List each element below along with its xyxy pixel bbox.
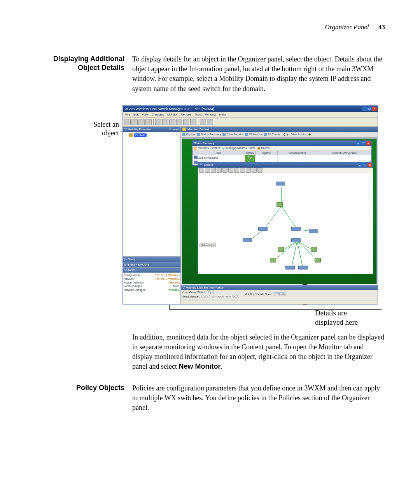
topology-node-switch[interactable]: [309, 229, 318, 234]
menu-changes[interactable]: Changes: [152, 113, 164, 116]
menu-tools[interactable]: Tools: [195, 113, 202, 116]
third-party-pane[interactable]: ▷ Third Party APs: [123, 262, 180, 267]
menubar[interactable]: File Edit View Changes Monitor Reports T…: [123, 112, 378, 118]
toolbar-icon[interactable]: [131, 119, 138, 125]
panel-min-icon[interactable]: –: [356, 141, 360, 145]
monitor-tabbar[interactable]: Explore Status Summary Client Monitor RF…: [181, 132, 378, 138]
topology-node-ap[interactable]: [276, 202, 283, 207]
sites-pane[interactable]: ▷ Sites: [123, 256, 180, 262]
zoom-reset-icon[interactable]: [211, 168, 216, 173]
topology-node-switch[interactable]: [298, 266, 308, 270]
col-serial[interactable]: Serial Number: [278, 151, 317, 155]
alert-row[interactable]: Local Changes: [124, 284, 142, 288]
explore-panel[interactable]: 🔍 Explore – □ ×: [198, 162, 373, 274]
tab-status[interactable]: Status Summary: [197, 133, 221, 136]
toolbar-icon[interactable]: [124, 119, 131, 125]
refresh-icon[interactable]: [217, 168, 222, 173]
para-text-a: In addition, monitored data for the obje…: [132, 333, 384, 371]
menu-help[interactable]: Help: [219, 113, 226, 116]
organizer-tree[interactable]: ＋ Default: [123, 132, 180, 256]
topology-node-switch[interactable]: [291, 238, 301, 243]
topology-node-switch[interactable]: [285, 266, 295, 270]
tool-icon[interactable]: [257, 168, 262, 173]
toolbar-icon[interactable]: [200, 119, 206, 125]
col-status[interactable]: Status: [245, 151, 255, 155]
figure-callout-details: Details are displayed here: [315, 308, 377, 327]
col-sw[interactable]: Current S/W Version: [317, 151, 371, 155]
topology-node-ap[interactable]: [278, 247, 284, 252]
explore-icon: [182, 133, 186, 136]
topology-node-switch[interactable]: [258, 227, 268, 231]
toolbar-icon[interactable]: [138, 119, 145, 125]
menu-reports[interactable]: Reports: [181, 113, 192, 116]
topology-node-ap[interactable]: [315, 258, 321, 263]
panel-max-icon[interactable]: □: [362, 163, 367, 167]
tab-client[interactable]: Client Monitor: [222, 133, 243, 136]
window-titlebar[interactable]: 3Com Wireless LAN Switch Manager 3.0.0: …: [123, 106, 378, 112]
panel-close-icon[interactable]: ×: [366, 141, 371, 145]
alert-row[interactable]: Network Changes: [124, 288, 145, 292]
explore-toolbar[interactable]: [198, 168, 373, 173]
tab-map[interactable]: 📡 Managed Access Points: [222, 147, 256, 150]
panel-max-icon[interactable]: □: [361, 141, 366, 145]
table-row[interactable]: rack34-WX4400 Up: [193, 155, 371, 160]
topology-node-switch[interactable]: [291, 227, 301, 231]
toolbar-icon[interactable]: [145, 119, 152, 125]
close-icon[interactable]: ×: [372, 107, 377, 111]
tab-rftrends[interactable]: RF Trends: [264, 133, 280, 136]
menu-window[interactable]: Window: [205, 113, 216, 116]
toolbar-icon[interactable]: [183, 119, 189, 125]
alert-value: 0 Rogues: [168, 281, 180, 284]
menu-view[interactable]: View: [142, 113, 149, 116]
status-summary-titlebar[interactable]: Status Summary – □ ×: [192, 141, 371, 146]
maximize-icon[interactable]: □: [367, 107, 372, 111]
menu-monitor[interactable]: Monitor: [167, 113, 178, 116]
alert-row[interactable]: Rogue Detection: [124, 281, 144, 284]
toolbar-icon[interactable]: [169, 119, 175, 125]
alerts-pane[interactable]: ▽ Alerts Configuration0 Errors, 2 Warnin…: [123, 267, 180, 292]
toolbar-icon[interactable]: [155, 119, 161, 125]
col-uptime[interactable]: Uptime: [255, 151, 277, 155]
tool-icon[interactable]: [246, 168, 251, 173]
topology-node-switch[interactable]: [276, 182, 285, 186]
toolbar[interactable]: [123, 118, 378, 127]
details-tab[interactable]: Details: [172, 128, 179, 131]
tree-item-selected[interactable]: Default: [134, 133, 147, 137]
tree-item[interactable]: ＋ Default: [124, 133, 180, 138]
organizer-panel: ▽ Mobility Domains ☑ Details ＋ Default ▷…: [123, 127, 181, 304]
toolbar-icon[interactable]: [176, 119, 182, 125]
monitor-header[interactable]: Monitor: Default: [181, 127, 378, 132]
tool-icon[interactable]: [252, 168, 257, 173]
topology-canvas[interactable]: Refreshed at: [198, 173, 373, 274]
topology-node-switch[interactable]: [243, 238, 252, 243]
col-wx[interactable]: WX: [193, 151, 245, 155]
print-icon[interactable]: [228, 168, 233, 173]
dl-line1: Details are: [315, 309, 347, 317]
minimize-icon[interactable]: –: [362, 107, 367, 111]
toolbar-icon[interactable]: [190, 119, 196, 125]
tool-icon[interactable]: [240, 168, 245, 173]
menu-file[interactable]: File: [125, 113, 130, 116]
explore-titlebar[interactable]: 🔍 Explore – □ ×: [198, 163, 373, 168]
toolbar-icon[interactable]: [207, 119, 213, 125]
topology-node-ap[interactable]: [270, 258, 276, 263]
tab-explore[interactable]: Explore: [182, 133, 196, 136]
tab-ws[interactable]: 📶 Wireless Switches: [194, 147, 220, 150]
panel-min-icon[interactable]: –: [357, 163, 362, 167]
toolbar-icon[interactable]: [162, 119, 168, 125]
actions-icon[interactable]: ✚: [308, 133, 312, 136]
zoom-in-icon[interactable]: [199, 168, 204, 173]
panel-close-icon[interactable]: ×: [368, 163, 372, 167]
menu-edit[interactable]: Edit: [133, 113, 139, 116]
tool-icon[interactable]: [234, 168, 239, 173]
zoom-out-icon[interactable]: [205, 168, 210, 173]
status-summary-tabs[interactable]: 📶 Wireless Switches 📡 Managed Access Poi…: [192, 146, 371, 151]
topology-node-ap[interactable]: [311, 247, 317, 252]
tab-radios[interactable]: 📻 Radios: [257, 147, 270, 150]
tab-rfmon[interactable]: RF Monitor: [245, 133, 262, 136]
alert-row[interactable]: Network: [124, 277, 134, 280]
alert-row[interactable]: Configuration: [124, 273, 140, 277]
organizer-panel-header[interactable]: ▽ Mobility Domains ☑ Details: [123, 127, 180, 132]
view-actions-menu[interactable]: View Actions: [291, 133, 307, 136]
layout-icon[interactable]: [222, 168, 228, 173]
